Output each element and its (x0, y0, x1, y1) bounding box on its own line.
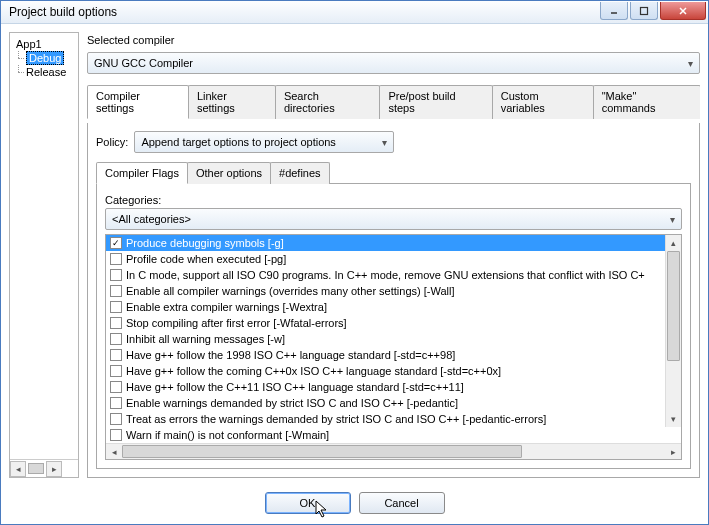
flag-checkbox[interactable] (110, 413, 122, 425)
flag-row[interactable]: Have g++ follow the 1998 ISO C++ languag… (106, 347, 681, 363)
tab-custom-variables[interactable]: Custom variables (492, 85, 594, 119)
scroll-thumb[interactable] (28, 463, 44, 474)
flags-list[interactable]: ✓Produce debugging symbols [-g]Profile c… (105, 234, 682, 460)
tree-item-debug[interactable]: Debug (12, 51, 76, 65)
flag-checkbox[interactable] (110, 269, 122, 281)
flag-checkbox[interactable] (110, 381, 122, 393)
inner-tab--defines[interactable]: #defines (270, 162, 330, 184)
tree-item-release[interactable]: Release (12, 65, 76, 79)
flag-checkbox[interactable] (110, 429, 122, 441)
flag-row[interactable]: Enable extra compiler warnings [-Wextra] (106, 299, 681, 315)
inner-tab-other-options[interactable]: Other options (187, 162, 271, 184)
flag-checkbox[interactable]: ✓ (110, 237, 122, 249)
scroll-left-icon[interactable]: ◂ (106, 444, 122, 459)
tab-compiler-settings[interactable]: Compiler settings (87, 85, 189, 119)
window-title: Project build options (9, 5, 598, 19)
dialog-window: Project build options App1 Debug Release… (0, 0, 709, 525)
tab--make-commands[interactable]: "Make" commands (593, 85, 700, 119)
categories-label: Categories: (105, 192, 682, 208)
flag-checkbox[interactable] (110, 397, 122, 409)
ok-button[interactable]: OK (265, 492, 351, 514)
flag-checkbox[interactable] (110, 253, 122, 265)
scroll-right-icon[interactable]: ▸ (46, 461, 62, 477)
flag-label: Warn if main() is not conformant [-Wmain… (126, 429, 329, 441)
flag-row[interactable]: Treat as errors the warnings demanded by… (106, 411, 681, 427)
scroll-left-icon[interactable]: ◂ (10, 461, 26, 477)
flag-label: Treat as errors the warnings demanded by… (126, 413, 546, 425)
flag-checkbox[interactable] (110, 349, 122, 361)
flag-row[interactable]: Warn if main() is not conformant [-Wmain… (106, 427, 681, 443)
maximize-button[interactable] (630, 2, 658, 20)
titlebar[interactable]: Project build options (1, 1, 708, 24)
compiler-label: Selected compiler (87, 32, 700, 48)
flag-label: Enable warnings demanded by strict ISO C… (126, 397, 458, 409)
targets-tree[interactable]: App1 Debug Release ◂ ▸ (9, 32, 79, 478)
flag-label: Stop compiling after first error [-Wfata… (126, 317, 347, 329)
flag-label: In C mode, support all ISO C90 programs.… (126, 269, 645, 281)
flag-row[interactable]: Inhibit all warning messages [-w] (106, 331, 681, 347)
hscroll-thumb[interactable] (122, 445, 522, 458)
tab-search-directories[interactable]: Search directories (275, 85, 381, 119)
scroll-down-icon[interactable]: ▾ (666, 411, 681, 427)
flag-row[interactable]: Have g++ follow the coming C++0x ISO C++… (106, 363, 681, 379)
scroll-right-icon[interactable]: ▸ (665, 444, 681, 459)
flag-row[interactable]: ✓Produce debugging symbols [-g] (106, 235, 681, 251)
flag-row[interactable]: Enable all compiler warnings (overrides … (106, 283, 681, 299)
flag-checkbox[interactable] (110, 317, 122, 329)
tree-hscroll[interactable]: ◂ ▸ (10, 459, 78, 477)
flag-label: Produce debugging symbols [-g] (126, 237, 284, 249)
inner-tab-compiler-flags[interactable]: Compiler Flags (96, 162, 188, 184)
cancel-button[interactable]: Cancel (359, 492, 445, 514)
tab-linker-settings[interactable]: Linker settings (188, 85, 276, 119)
flag-checkbox[interactable] (110, 365, 122, 377)
policy-label: Policy: (96, 134, 128, 150)
flag-label: Have g++ follow the C++11 ISO C++ langua… (126, 381, 464, 393)
svg-rect-1 (641, 7, 648, 14)
flag-row[interactable]: Stop compiling after first error [-Wfata… (106, 315, 681, 331)
flag-row[interactable]: In C mode, support all ISO C90 programs.… (106, 267, 681, 283)
tab-pre-post-build-steps[interactable]: Pre/post build steps (379, 85, 492, 119)
flag-label: Enable extra compiler warnings [-Wextra] (126, 301, 327, 313)
scroll-up-icon[interactable]: ▴ (666, 235, 681, 251)
flag-label: Profile code when executed [-pg] (126, 253, 286, 265)
minimize-button[interactable] (600, 2, 628, 20)
flag-row[interactable]: Profile code when executed [-pg] (106, 251, 681, 267)
categories-select[interactable]: <All categories> (105, 208, 682, 230)
policy-select[interactable]: Append target options to project options (134, 131, 394, 153)
flag-checkbox[interactable] (110, 301, 122, 313)
flags-hscroll[interactable]: ◂ ▸ (106, 443, 681, 459)
flag-row[interactable]: Have g++ follow the C++11 ISO C++ langua… (106, 379, 681, 395)
vscroll-thumb[interactable] (667, 251, 680, 361)
flag-label: Inhibit all warning messages [-w] (126, 333, 285, 345)
flag-checkbox[interactable] (110, 333, 122, 345)
tree-root[interactable]: App1 (12, 37, 76, 51)
flag-label: Have g++ follow the 1998 ISO C++ languag… (126, 349, 455, 361)
flag-label: Enable all compiler warnings (overrides … (126, 285, 455, 297)
inner-tabstrip: Compiler FlagsOther options#defines (96, 161, 691, 184)
flag-row[interactable]: Enable warnings demanded by strict ISO C… (106, 395, 681, 411)
flag-checkbox[interactable] (110, 285, 122, 297)
flags-vscroll[interactable]: ▴ ▾ (665, 235, 681, 427)
main-tabstrip: Compiler settingsLinker settingsSearch d… (87, 84, 700, 119)
close-button[interactable] (660, 2, 706, 20)
flag-label: Have g++ follow the coming C++0x ISO C++… (126, 365, 501, 377)
compiler-select[interactable]: GNU GCC Compiler (87, 52, 700, 74)
